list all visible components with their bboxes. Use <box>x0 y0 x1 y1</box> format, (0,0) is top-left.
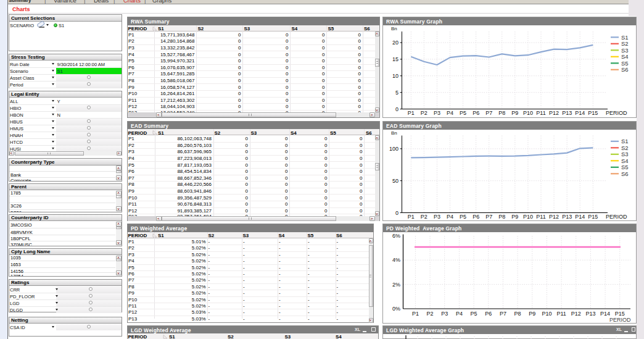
svg-text:P6: P6 <box>473 110 479 116</box>
svg-text:P2: P2 <box>421 214 427 220</box>
svg-text:S3: S3 <box>621 47 629 54</box>
svg-text:50: 50 <box>392 178 398 184</box>
svg-text:P8: P8 <box>498 110 505 116</box>
svg-text:S3: S3 <box>621 151 629 157</box>
svg-text:PERIOD: PERIOD <box>609 317 631 323</box>
svg-text:P7: P7 <box>485 110 492 116</box>
svg-text:P9: P9 <box>511 214 518 220</box>
svg-text:P15: P15 <box>588 110 598 116</box>
svg-text:P7: P7 <box>500 311 506 317</box>
svg-text:P12: P12 <box>549 214 559 220</box>
svg-text:PERIOD: PERIOD <box>606 214 627 220</box>
svg-text:100: 100 <box>389 146 398 152</box>
svg-text:P10: P10 <box>523 110 533 116</box>
svg-text:P4: P4 <box>447 110 453 116</box>
svg-text:S5: S5 <box>621 60 629 67</box>
svg-text:P7: P7 <box>485 214 492 220</box>
svg-text:0%: 0% <box>392 306 400 312</box>
svg-text:P5: P5 <box>460 110 466 116</box>
svg-text:P4: P4 <box>447 214 453 220</box>
svg-text:P11: P11 <box>556 311 566 317</box>
svg-text:S4: S4 <box>621 157 629 164</box>
svg-text:P9: P9 <box>511 110 518 116</box>
svg-text:20: 20 <box>392 40 398 46</box>
svg-text:P1: P1 <box>408 214 415 220</box>
svg-text:P6: P6 <box>473 214 479 220</box>
svg-text:P4: P4 <box>456 311 463 317</box>
svg-text:0: 0 <box>395 210 398 216</box>
svg-text:S4: S4 <box>621 53 629 60</box>
svg-text:P3: P3 <box>434 110 440 116</box>
svg-text:P8: P8 <box>498 214 505 220</box>
svg-text:P13: P13 <box>562 110 572 116</box>
svg-text:S1: S1 <box>621 34 629 41</box>
svg-text:P1: P1 <box>408 110 415 116</box>
svg-text:P9: P9 <box>529 311 535 317</box>
svg-text:P14: P14 <box>575 110 585 116</box>
svg-text:P14: P14 <box>575 214 585 220</box>
svg-text:P6: P6 <box>485 311 492 317</box>
svg-text:S2: S2 <box>621 40 629 47</box>
svg-text:P2: P2 <box>421 110 427 116</box>
svg-text:Bn: Bn <box>391 26 397 31</box>
svg-text:10: 10 <box>392 73 398 79</box>
svg-text:P5: P5 <box>471 311 477 317</box>
svg-text:P12: P12 <box>571 311 581 317</box>
svg-text:P13: P13 <box>585 311 595 317</box>
svg-text:P15: P15 <box>615 311 625 317</box>
svg-text:5: 5 <box>395 90 398 96</box>
svg-text:S5: S5 <box>621 164 629 170</box>
svg-text:6%: 6% <box>392 233 400 239</box>
svg-text:P15: P15 <box>588 214 598 220</box>
svg-text:P10: P10 <box>523 214 533 220</box>
svg-text:P2: P2 <box>427 311 434 317</box>
svg-text:P1: P1 <box>412 311 419 317</box>
svg-text:P12: P12 <box>549 110 559 116</box>
svg-text:P8: P8 <box>514 311 521 317</box>
svg-text:S6: S6 <box>621 66 629 73</box>
svg-text:4%: 4% <box>392 257 400 263</box>
svg-text:P3: P3 <box>441 311 448 317</box>
svg-text:15: 15 <box>392 56 398 62</box>
svg-text:S2: S2 <box>621 144 629 151</box>
svg-text:PERIOD: PERIOD <box>606 110 627 116</box>
svg-text:P10: P10 <box>542 311 551 317</box>
svg-text:P13: P13 <box>562 214 572 220</box>
svg-text:P3: P3 <box>434 214 440 220</box>
svg-text:P11: P11 <box>536 110 545 116</box>
svg-text:S6: S6 <box>621 170 629 177</box>
svg-text:P14: P14 <box>600 311 610 317</box>
svg-text:0: 0 <box>395 106 398 112</box>
svg-text:2%: 2% <box>392 282 400 288</box>
svg-text:S1: S1 <box>621 138 629 144</box>
svg-text:P11: P11 <box>536 214 545 220</box>
svg-text:P5: P5 <box>460 214 466 220</box>
svg-text:Bn: Bn <box>391 130 397 136</box>
